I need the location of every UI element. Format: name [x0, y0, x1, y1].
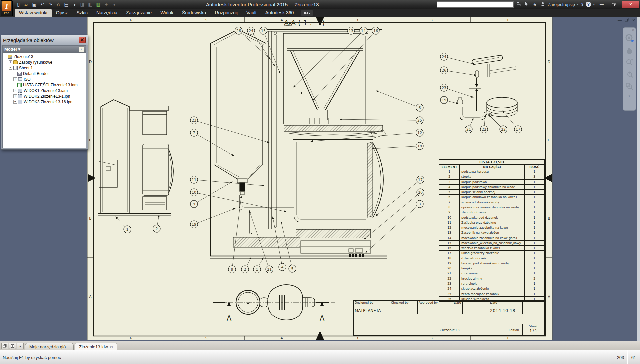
ribbon-tab-środowiska[interactable]: Środowiska — [178, 9, 210, 17]
tree-expander-icon[interactable]: + — [13, 77, 17, 81]
tree-expander-icon[interactable]: − — [9, 66, 12, 70]
balloon-13[interactable]: 13 — [347, 27, 355, 34]
tree-expander-icon[interactable]: + — [13, 100, 17, 104]
ribbon-tab-autodesk-360[interactable]: Autodesk 360 — [261, 9, 298, 17]
search-input[interactable] — [437, 1, 514, 8]
screencast-icon[interactable]: ▾ — [301, 10, 313, 16]
navbar-close-icon[interactable]: ✕ — [632, 28, 634, 32]
star-icon[interactable]: ★ — [532, 2, 538, 7]
balloon-6[interactable]: 6 — [416, 104, 423, 111]
open-file-icon[interactable]: ▱ — [23, 1, 30, 8]
navbar-more-icon[interactable]: ▾ — [629, 94, 630, 98]
tree-item-widok3-z-o-enie13-16-ipn[interactable]: +WIDOK3:Złożenie13-16.ipn — [3, 99, 86, 105]
title-block[interactable]: Designed by MATPLANETA Checked by Approv… — [353, 300, 545, 336]
steering-wheel-2d-icon[interactable]: 2D — [624, 33, 634, 43]
balloon-16[interactable]: 16 — [372, 27, 379, 34]
doc-tab-moje-narz-dzia-g-[interactable]: Moje narzędzia głó... — [25, 343, 74, 350]
material-b-icon[interactable]: ◧ — [87, 1, 94, 8]
new-file-icon[interactable]: ▯ — [15, 1, 22, 8]
print-icon[interactable]: ▤ — [63, 1, 70, 8]
tree-item-iso[interactable]: +ISO — [3, 76, 86, 82]
balloon-1[interactable]: 1 — [124, 226, 131, 233]
balloon-19[interactable]: 19 — [190, 221, 198, 228]
balloon-7[interactable]: 7 — [190, 129, 198, 136]
help-caret-icon[interactable]: ▾ — [593, 3, 595, 6]
balloon-24[interactable]: 24 — [440, 53, 448, 60]
balloon-8[interactable]: 8 — [228, 266, 236, 273]
tree-item-lista-cz-ci-z-o-enie13-iam[interactable]: LISTA CZĘŚCI:Złożenie13.iam — [3, 82, 86, 88]
browser-help-icon[interactable]: ? — [79, 46, 84, 52]
balloon-21[interactable]: 21 — [465, 126, 472, 133]
balloon-23[interactable]: 23 — [190, 117, 198, 124]
balloon-14[interactable]: 14 — [360, 27, 367, 34]
inventor-app-button[interactable]: IPRO — [1, 0, 13, 16]
zoom-window-icon[interactable] — [624, 69, 634, 79]
balloon-3[interactable]: 3 — [416, 200, 423, 208]
doc-minimize-icon[interactable]: — — [618, 18, 622, 23]
balloon-23[interactable]: 23 — [440, 84, 448, 91]
balloon-20[interactable]: 20 — [417, 189, 424, 196]
tree-item-sheet-1[interactable]: −Sheet:1 — [3, 65, 86, 71]
pan-hand-icon[interactable] — [624, 45, 634, 55]
ribbon-tab-zarządzanie[interactable]: Zarządzanie — [122, 9, 156, 17]
doc-close-icon[interactable]: ✕ — [632, 18, 635, 23]
balloon-2[interactable]: 2 — [153, 225, 160, 232]
balloon-15[interactable]: 15 — [260, 27, 267, 34]
restore-button[interactable] — [609, 1, 619, 8]
doc-tab-z-o-enie13-idw[interactable]: Złożenie13.idw⊠ — [75, 343, 117, 350]
balloon-22[interactable]: 22 — [480, 126, 488, 133]
redo-icon[interactable]: ↷ — [47, 1, 54, 8]
help-icon[interactable]: ? — [586, 2, 591, 7]
balloon-26[interactable]: 26 — [235, 27, 242, 34]
balloon-24[interactable]: 24 — [247, 27, 255, 34]
collapse-tabs-icon[interactable]: ▴ — [17, 343, 24, 349]
balloon-25[interactable]: 25 — [416, 117, 423, 124]
ribbon-tab-rozpocznij[interactable]: Rozpocznij — [210, 9, 242, 17]
key-icon[interactable] — [516, 2, 522, 7]
balloon-2[interactable]: 2 — [241, 266, 249, 273]
doc-restore-icon[interactable] — [625, 18, 629, 23]
tree-item-widok2-z-o-enie13-1-ipn[interactable]: +WIDOK2:Złożenie13-1.ipn — [3, 93, 86, 99]
tree-expander-icon[interactable]: + — [13, 94, 17, 98]
sign-in-caret-icon[interactable]: ▾ — [577, 3, 579, 6]
sign-in-button[interactable]: Zarejestruj się — [548, 2, 575, 7]
appearance-icon[interactable]: ◑ — [71, 1, 78, 8]
tree-item-widok1-z-o-enie13-iam[interactable]: +WIDOK1:Złożenie13.iam — [3, 88, 86, 93]
browser-close-button[interactable]: ✕ — [79, 37, 86, 43]
zoom-all-icon[interactable] — [624, 81, 634, 91]
ribbon-tab-narzędzia[interactable]: Narzędzia — [92, 9, 122, 17]
exchange-apps-icon[interactable]: X — [580, 2, 584, 7]
balloon-1[interactable]: 1 — [253, 266, 261, 273]
tree-expander-icon[interactable]: + — [13, 89, 17, 92]
browser-title-bar[interactable]: Przeglądarka obiektów ✕ — [1, 35, 88, 45]
balloon-18[interactable]: 18 — [416, 142, 423, 150]
home-icon[interactable]: ⌂ — [55, 1, 62, 8]
doc-tab-close-icon[interactable]: ⊠ — [110, 345, 113, 349]
balloon-21[interactable]: 21 — [266, 266, 273, 273]
help-book-icon[interactable]: ▥ — [95, 1, 102, 8]
user-icon[interactable] — [540, 2, 546, 7]
balloon-26[interactable]: 26 — [440, 67, 448, 74]
ribbon-tab-vault[interactable]: Vault — [242, 9, 261, 17]
qat-overflow-icon[interactable]: ▾ — [111, 1, 118, 8]
cursor-icon[interactable] — [524, 2, 530, 7]
add-icon[interactable]: + — [103, 1, 110, 8]
balloon-4[interactable]: 4 — [279, 263, 286, 271]
balloon-11[interactable]: 11 — [190, 176, 198, 183]
drawing-canvas[interactable]: 665544332211DDCCBBAA A-A ( 1 : ) — [0, 17, 640, 341]
close-button[interactable]: ✕ — [622, 1, 639, 8]
cascade-windows-icon[interactable] — [1, 343, 8, 349]
balloon-12[interactable]: 12 — [416, 129, 423, 136]
browser-model-header[interactable]: Model ▾ ? — [3, 46, 86, 53]
save-icon[interactable]: ▣ — [31, 1, 38, 8]
balloon-9[interactable]: 9 — [190, 200, 198, 208]
balloon-19[interactable]: 19 — [440, 96, 448, 104]
balloon-5[interactable]: 5 — [289, 265, 296, 272]
material-a-icon[interactable]: ◨ — [79, 1, 86, 8]
balloon-22[interactable]: 22 — [500, 126, 507, 133]
ribbon-tab-szkic[interactable]: Szkic — [72, 9, 92, 17]
parts-list-table[interactable]: LISTA CZĘŚCI ELEMENT NR CZĘŚCI ILOŚĆ 1po… — [439, 159, 545, 302]
tile-windows-icon[interactable] — [9, 343, 16, 349]
tree-expander-icon[interactable]: + — [9, 60, 12, 64]
ribbon-tab-opisz[interactable]: Opisz — [52, 9, 72, 17]
